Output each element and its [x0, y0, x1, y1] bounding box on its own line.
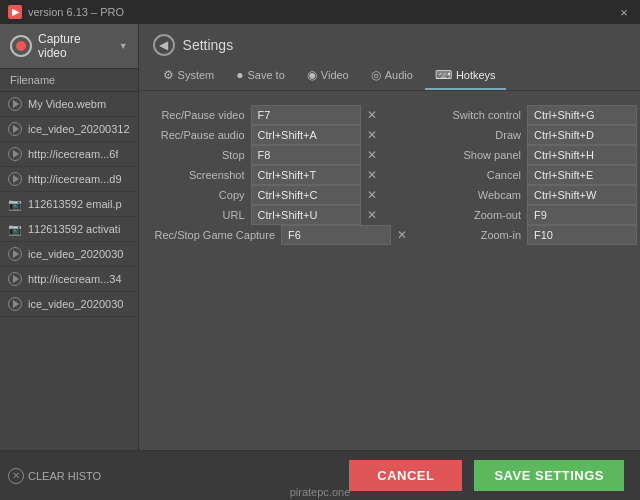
capture-label: Capture video — [38, 32, 113, 60]
hotkey-input[interactable] — [527, 225, 637, 245]
camera-icon: 📷 — [8, 222, 22, 236]
file-list-item[interactable]: 📷112613592 email.p — [0, 192, 138, 217]
hotkey-row: Cancel✕ — [431, 165, 640, 185]
video-icon: ◉ — [307, 68, 317, 82]
file-list-item[interactable]: My Video.webm — [0, 92, 138, 117]
hotkey-label: Show panel — [431, 149, 521, 161]
file-list-item[interactable]: 📷112613592 activati — [0, 217, 138, 242]
hotkey-input[interactable] — [251, 105, 361, 125]
hotkey-row: Zoom-in✕ — [431, 225, 640, 245]
hotkey-label: Draw — [431, 129, 521, 141]
close-button[interactable]: × — [616, 4, 632, 20]
hotkey-label: URL — [155, 209, 245, 221]
video-label: Video — [321, 69, 349, 81]
file-list-item[interactable]: http://icecream...6f — [0, 142, 138, 167]
app-icon: ▶ — [8, 5, 22, 19]
hotkey-input-wrap: ✕ — [251, 105, 411, 125]
hotkey-input-wrap: ✕ — [527, 165, 640, 185]
hotkey-input[interactable] — [527, 125, 637, 145]
hotkey-row: Switch control✕ — [431, 105, 640, 125]
hotkey-input-wrap: ✕ — [527, 205, 640, 225]
camera-icon: 📷 — [8, 197, 22, 211]
sidebar: Capture video ▼ Filename My Video.webmic… — [0, 24, 139, 500]
play-icon — [8, 297, 22, 311]
system-icon: ⚙ — [163, 68, 174, 82]
record-circle — [10, 35, 32, 57]
hotkey-row: Rec/Pause audio✕ — [155, 125, 411, 145]
hotkey-label: Switch control — [431, 109, 521, 121]
hotkey-row: Webcam✕ — [431, 185, 640, 205]
hotkey-input[interactable] — [527, 105, 637, 125]
file-name-label: http://icecream...d9 — [28, 173, 122, 185]
hotkey-row: Draw✕ — [431, 125, 640, 145]
hotkey-input[interactable] — [527, 185, 637, 205]
hotkey-row: Show panel✕ — [431, 145, 640, 165]
file-list-item[interactable]: ice_video_2020030 — [0, 242, 138, 267]
hotkey-clear-button[interactable]: ✕ — [363, 126, 381, 144]
file-name-label: 112613592 activati — [28, 223, 120, 235]
hotkey-label: Rec/Pause video — [155, 109, 245, 121]
hotkey-row: Rec/Stop Game Capture✕ — [155, 225, 411, 245]
hotkey-clear-button[interactable]: ✕ — [393, 226, 411, 244]
hotkey-input[interactable] — [281, 225, 391, 245]
version-label: version 6.13 – PRO — [28, 6, 124, 18]
hotkey-input[interactable] — [527, 205, 637, 225]
hotkey-label: Stop — [155, 149, 245, 161]
tab-system[interactable]: ⚙System — [153, 62, 225, 90]
audio-icon: ◎ — [371, 68, 381, 82]
hotkeys-icon: ⌨ — [435, 68, 452, 82]
hotkey-input-wrap: ✕ — [251, 165, 411, 185]
tab-hotkeys[interactable]: ⌨Hotkeys — [425, 62, 506, 90]
title-left: ▶ version 6.13 – PRO — [8, 5, 124, 19]
action-bar: CANCEL SAVE SETTINGS — [155, 450, 640, 500]
capture-caret: ▼ — [119, 41, 128, 51]
hotkey-clear-button[interactable]: ✕ — [363, 146, 381, 164]
cancel-button[interactable]: CANCEL — [349, 460, 462, 491]
hotkey-input-wrap: ✕ — [251, 145, 411, 165]
filename-header: Filename — [0, 69, 138, 92]
hotkey-label: Copy — [155, 189, 245, 201]
hotkey-clear-button[interactable]: ✕ — [363, 106, 381, 124]
hotkey-clear-button[interactable]: ✕ — [363, 186, 381, 204]
hotkey-input[interactable] — [251, 125, 361, 145]
file-list-item[interactable]: http://icecream...d9 — [0, 167, 138, 192]
audio-label: Audio — [385, 69, 413, 81]
hotkey-input[interactable] — [527, 165, 637, 185]
back-button[interactable]: ◀ — [153, 34, 175, 56]
file-list-item[interactable]: ice_video_2020030 — [0, 292, 138, 317]
hotkey-input-wrap: ✕ — [527, 225, 640, 245]
hotkey-label: Screenshot — [155, 169, 245, 181]
hotkey-row: Zoom-out✕ — [431, 205, 640, 225]
hotkey-input[interactable] — [251, 185, 361, 205]
file-list-item[interactable]: ice_video_20200312 — [0, 117, 138, 142]
capture-video-button[interactable]: Capture video ▼ — [0, 24, 138, 69]
clear-history-button[interactable]: ✕ CLEAR HISTO — [8, 468, 101, 484]
clear-history-bar: ✕ CLEAR HISTO — [0, 450, 155, 500]
tab-save-to[interactable]: ●Save to — [226, 62, 295, 90]
hotkey-clear-button[interactable]: ✕ — [363, 166, 381, 184]
settings-panel: ◀ Settings ⚙System●Save to◉Video◎Audio⌨H… — [139, 24, 640, 500]
hotkey-input-wrap: ✕ — [527, 185, 640, 205]
save-settings-button[interactable]: SAVE SETTINGS — [474, 460, 624, 491]
hotkey-input[interactable] — [251, 165, 361, 185]
hotkey-input[interactable] — [527, 145, 637, 165]
hotkeys-label: Hotkeys — [456, 69, 496, 81]
hotkeys-left-column: Rec/Pause video✕Rec/Pause audio✕Stop✕Scr… — [155, 105, 411, 245]
play-icon — [8, 122, 22, 136]
clear-history-label: CLEAR HISTO — [28, 470, 101, 482]
file-list-item[interactable]: http://icecream...34 — [0, 267, 138, 292]
play-icon — [8, 97, 22, 111]
hotkey-label: Rec/Pause audio — [155, 129, 245, 141]
tab-audio[interactable]: ◎Audio — [361, 62, 423, 90]
hotkeys-right-column: Switch control✕Draw✕Show panel✕Cancel✕We… — [431, 105, 640, 245]
play-icon — [8, 247, 22, 261]
tab-video[interactable]: ◉Video — [297, 62, 359, 90]
hotkey-input-wrap: ✕ — [251, 185, 411, 205]
hotkey-clear-button[interactable]: ✕ — [363, 206, 381, 224]
settings-header: ◀ Settings — [139, 24, 640, 62]
save-to-icon: ● — [236, 68, 243, 82]
hotkey-label: Zoom-out — [431, 209, 521, 221]
hotkey-input[interactable] — [251, 205, 361, 225]
file-name-label: http://icecream...34 — [28, 273, 122, 285]
hotkey-input[interactable] — [251, 145, 361, 165]
